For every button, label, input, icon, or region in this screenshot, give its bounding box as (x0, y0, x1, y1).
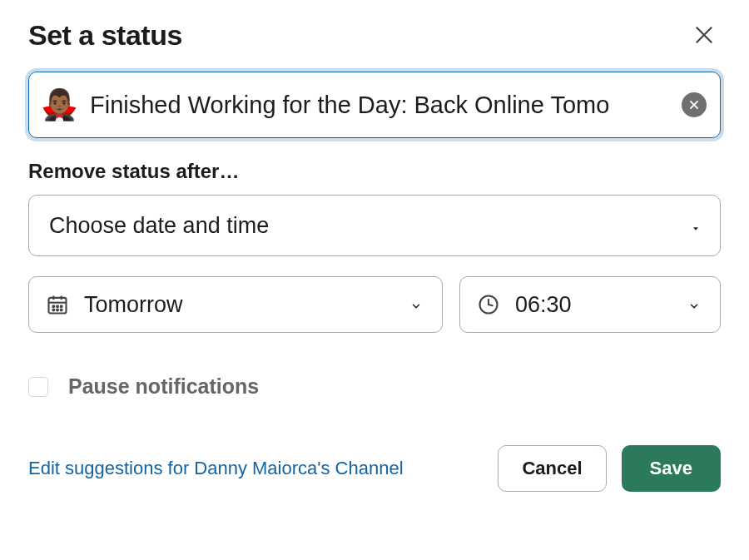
date-value: Tomorrow (84, 292, 395, 318)
svg-point-9 (57, 305, 58, 307)
duration-value: Choose date and time (49, 213, 677, 239)
time-value: 06:30 (515, 292, 673, 318)
duration-select[interactable]: Choose date and time (28, 195, 721, 256)
chevron-down-icon (688, 292, 700, 318)
svg-point-11 (52, 309, 54, 310)
dialog-title: Set a status (28, 19, 182, 52)
cancel-button[interactable]: Cancel (498, 445, 606, 492)
clear-status-button[interactable] (682, 92, 707, 117)
status-text-field[interactable]: Finished Working for the Day: Back Onlin… (90, 92, 670, 119)
svg-line-16 (489, 305, 493, 305)
time-select[interactable]: 06:30 (459, 276, 721, 333)
pause-notifications-label: Pause notifications (68, 374, 259, 399)
date-select[interactable]: Tomorrow (28, 276, 443, 333)
edit-suggestions-link[interactable]: Edit suggestions for Danny Maiorca's Cha… (28, 458, 404, 479)
close-icon (693, 24, 715, 46)
pause-notifications-checkbox[interactable] (28, 377, 48, 397)
save-button[interactable]: Save (622, 445, 721, 492)
status-input[interactable]: 🧛🏾‍♂️ Finished Working for the Day: Back… (28, 72, 721, 138)
close-button[interactable] (687, 18, 721, 52)
remove-after-label: Remove status after… (28, 160, 721, 183)
svg-point-12 (57, 309, 58, 310)
clear-icon (688, 99, 700, 111)
status-emoji-icon[interactable]: 🧛🏾‍♂️ (41, 90, 78, 120)
chevron-down-icon (410, 292, 422, 318)
chevron-down-icon (692, 213, 700, 239)
svg-point-10 (61, 305, 62, 307)
clock-icon (477, 293, 500, 316)
calendar-icon (46, 293, 69, 316)
svg-point-13 (61, 309, 62, 310)
svg-point-8 (52, 305, 54, 307)
